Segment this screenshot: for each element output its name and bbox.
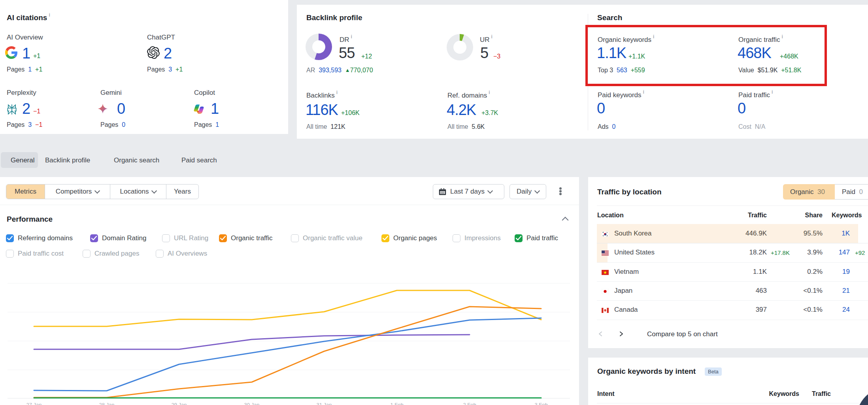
svg-text:31 Jan: 31 Jan (316, 402, 332, 405)
svg-text:27 Jan: 27 Jan (26, 402, 42, 405)
svg-text:28 Jan: 28 Jan (99, 402, 114, 405)
svg-text:29 Jan: 29 Jan (171, 402, 187, 405)
svg-text:1 Feb: 1 Feb (390, 402, 403, 405)
svg-text:30 Jan: 30 Jan (244, 402, 259, 405)
svg-text:2 Feb: 2 Feb (463, 402, 476, 405)
svg-text:3 Feb: 3 Feb (534, 402, 547, 405)
